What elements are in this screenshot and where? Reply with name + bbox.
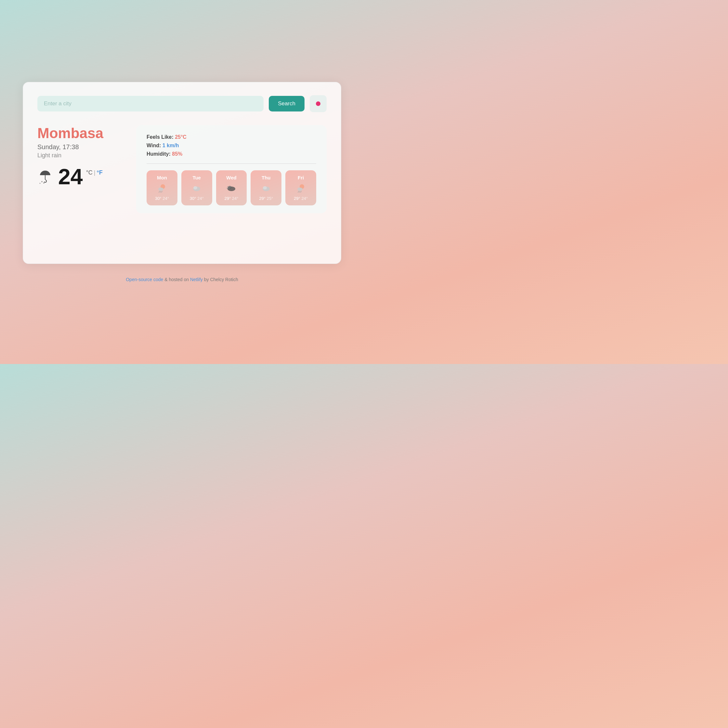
- weather-icon-main: [37, 168, 53, 185]
- main-card: Search Mombasa Sunday, 17:38 Light rain: [23, 82, 341, 264]
- forecast-temps-fri: 29° 24°: [294, 196, 308, 201]
- wind-label: Wind:: [147, 143, 161, 148]
- svg-line-7: [160, 191, 161, 193]
- feels-like-label: Feels Like:: [147, 134, 174, 140]
- forecast-day-tue: Tue: [193, 175, 201, 180]
- feels-like-value: 25°C: [175, 134, 187, 140]
- footer-text-middle: & hosted on: [163, 277, 190, 282]
- wind-line: Wind: 1 km/h: [147, 143, 316, 148]
- svg-line-20: [299, 191, 300, 193]
- search-row: Search: [37, 95, 327, 112]
- svg-point-3: [40, 183, 41, 184]
- forecast-icon-wed: [226, 183, 237, 193]
- temperature-units: °C | °F: [86, 169, 103, 176]
- forecast-day-mon: Mon: [157, 175, 167, 180]
- svg-point-10: [193, 186, 197, 190]
- feels-like-line: Feels Like: 25°C: [147, 134, 316, 140]
- forecast-card-thu: Thu 29° 25°: [251, 170, 281, 205]
- search-button[interactable]: Search: [269, 96, 304, 112]
- forecast-day-thu: Thu: [262, 175, 271, 180]
- svg-point-1: [41, 181, 43, 182]
- forecast-temps-wed: 29° 24°: [225, 196, 239, 201]
- svg-point-5: [158, 188, 164, 191]
- netlify-link[interactable]: Netlify: [190, 277, 203, 282]
- forecast-card-fri: Fri 29° 24°: [285, 170, 316, 205]
- temperature-value: 24: [58, 165, 83, 188]
- svg-point-18: [297, 188, 303, 191]
- unit-fahrenheit[interactable]: °F: [97, 169, 103, 176]
- forecast-card-wed: Wed 29° 24°: [216, 170, 247, 205]
- divider: [147, 164, 316, 164]
- humidity-line: Humidity: 85%: [147, 151, 316, 157]
- forecast-icon-mon: [157, 183, 167, 193]
- forecast-temps-mon: 30° 24°: [155, 196, 169, 201]
- unit-dot-icon: [316, 101, 320, 106]
- forecast-icon-fri: [296, 183, 306, 193]
- date-time: Sunday, 17:38: [37, 143, 128, 151]
- forecast-icon-thu: [261, 183, 271, 193]
- temperature-row: 24 °C | °F: [37, 165, 128, 188]
- weather-details: Feels Like: 25°C Wind: 1 km/h Humidity: …: [147, 134, 316, 157]
- unit-toggle-button[interactable]: [310, 95, 327, 112]
- forecast-day-wed: Wed: [226, 175, 236, 180]
- footer-text-after: by Chelcy Rotich: [203, 277, 238, 282]
- forecast-temps-tue: 30° 24°: [190, 196, 204, 201]
- forecast-icon-tue: [192, 183, 202, 193]
- svg-point-12: [228, 186, 232, 189]
- forecast-temps-thu: 29° 25°: [259, 196, 273, 201]
- svg-line-6: [159, 191, 159, 193]
- humidity-label: Humidity:: [147, 151, 171, 157]
- svg-line-19: [298, 191, 299, 193]
- left-panel: Mombasa Sunday, 17:38 Light rain: [37, 125, 128, 188]
- unit-separator: |: [94, 169, 96, 176]
- forecast-row: Mon 30° 24°: [147, 170, 316, 205]
- svg-line-21: [301, 191, 301, 193]
- city-name: Mombasa: [37, 125, 128, 141]
- humidity-value: 85%: [172, 151, 182, 157]
- svg-point-2: [43, 182, 44, 184]
- forecast-card-tue: Tue 30° 24°: [181, 170, 212, 205]
- right-panel: Feels Like: 25°C Wind: 1 km/h Humidity: …: [136, 125, 327, 213]
- footer: Open-source code & hosted on Netlify by …: [126, 277, 238, 282]
- open-source-link[interactable]: Open-source code: [126, 277, 163, 282]
- svg-point-16: [263, 186, 267, 190]
- weather-description: Light rain: [37, 152, 128, 159]
- search-input[interactable]: [37, 96, 263, 112]
- forecast-card-mon: Mon 30° 24°: [147, 170, 177, 205]
- wind-value: 1 km/h: [162, 143, 179, 148]
- unit-celsius: °C: [86, 169, 93, 176]
- svg-rect-0: [45, 175, 46, 180]
- forecast-day-fri: Fri: [298, 175, 304, 180]
- svg-line-8: [162, 191, 162, 193]
- content-row: Mombasa Sunday, 17:38 Light rain: [37, 125, 327, 213]
